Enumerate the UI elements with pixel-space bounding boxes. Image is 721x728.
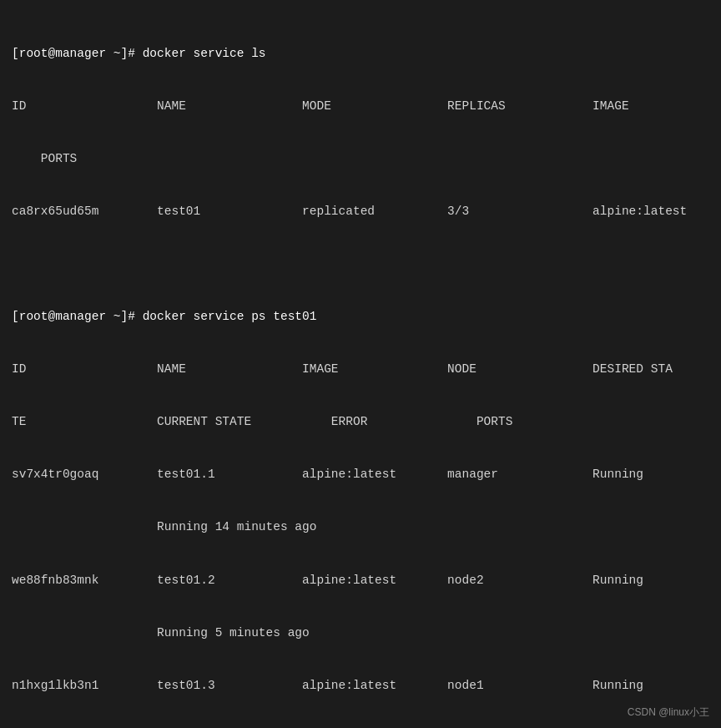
- terminal-line-7: TE CURRENT STATE ERROR PORTS: [12, 413, 709, 431]
- output-1: ID NAME MODE REPLICAS IMAGE: [12, 99, 629, 113]
- output-5: TE CURRENT STATE ERROR PORTS: [12, 415, 512, 428]
- output-6: sv7x4tr0goaq test01.1 alpine:latest mana…: [12, 468, 643, 481]
- terminal-window: [root@manager ~]# docker service ls ID N…: [0, 0, 721, 728]
- output-4: ID NAME IMAGE NODE DESIRED STA: [12, 362, 673, 376]
- terminal-line-10: we88fnb83mnk test01.2 alpine:latest node…: [12, 572, 709, 589]
- terminal-line-12: n1hxg1lkb3n1 test01.3 alpine:latest node…: [12, 677, 709, 695]
- terminal-blank-1: [12, 255, 709, 273]
- terminal-line-9: Running 14 minutes ago: [12, 518, 709, 536]
- prompt-2: [root@manager ~]# docker service ps test…: [12, 310, 316, 323]
- output-7: Running 14 minutes ago: [12, 520, 316, 533]
- output-10: n1hxg1lkb3n1 test01.3 alpine:latest node…: [12, 679, 643, 692]
- terminal-line-4: ca8rx65ud65m test01 replicated 3/3 alpin…: [12, 203, 709, 220]
- output-8: we88fnb83mnk test01.2 alpine:latest node…: [12, 574, 643, 587]
- output-9: Running 5 minutes ago: [12, 626, 310, 640]
- output-3: ca8rx65ud65m test01 replicated 3/3 alpin…: [12, 205, 687, 218]
- terminal-line-2: ID NAME MODE REPLICAS IMAGE: [12, 98, 709, 115]
- output-2: PORTS: [12, 152, 77, 165]
- terminal-line-6: ID NAME IMAGE NODE DESIRED STA: [12, 361, 709, 378]
- watermark: CSDN @linux小王: [628, 705, 709, 720]
- terminal-line-8: sv7x4tr0goaq test01.1 alpine:latest mana…: [12, 466, 709, 483]
- terminal-line-11: Running 5 minutes ago: [12, 624, 709, 642]
- terminal-line-5: [root@manager ~]# docker service ps test…: [12, 308, 709, 326]
- prompt-1: [root@manager ~]# docker service ls: [12, 47, 266, 60]
- terminal-line-3: PORTS: [12, 150, 709, 168]
- terminal-line-1: [root@manager ~]# docker service ls: [12, 45, 709, 63]
